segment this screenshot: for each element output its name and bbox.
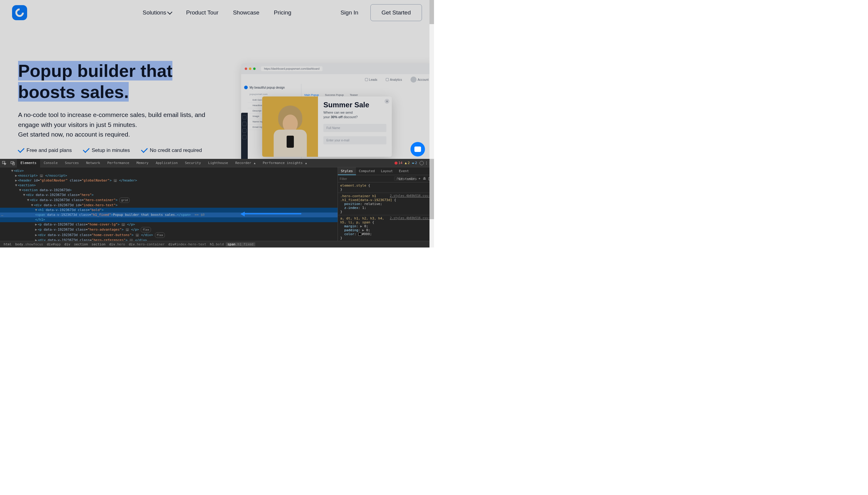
rule-source[interactable]: 2.styles.4b69b516.css:1 [390,194,432,198]
rule-selector: .hero-container h1 .h1_fixed[data-v-1923… [340,194,392,202]
browser-url: https://dashboard.popupsmart.com/dashboa… [261,66,323,71]
topbar-leads: Leads [365,76,377,83]
more-icon[interactable] [426,161,427,165]
scroll-thumb-devtools[interactable] [430,159,434,219]
nav-pricing[interactable]: Pricing [274,9,292,16]
error-count: 14 [398,161,402,165]
error-badge[interactable]: 14 [395,161,402,165]
popup-preview: ✕ Summer Sale Where can we send your 30%… [262,97,392,157]
inspected-h1-span: Popup builder that boosts sales. [18,61,172,102]
breadcrumb[interactable]: html body.showfocus div#app div section … [0,241,434,248]
feature-free-plans: Free and paid plans [18,148,72,153]
person-photo [272,105,308,157]
device-tool[interactable] [8,159,17,167]
scroll-thumb-top[interactable] [430,0,434,24]
nav-solutions[interactable]: Solutions [142,9,172,16]
color-swatch[interactable] [358,233,361,236]
nav-product-tour[interactable]: Product Tour [186,9,219,16]
tab-lighthouse[interactable]: Lighthouse [205,159,232,167]
settings-icon[interactable] [419,161,424,165]
css-rule[interactable]: 2.styles.4b69b516.css:1 .hero-container … [338,193,434,215]
page-scrollbar[interactable] [430,0,434,248]
elements-tree[interactable]: ▼<div> ▶<noscript> … </noscript> ▶<heade… [0,167,337,241]
info-badge[interactable]: ▬2 [412,161,417,165]
cls-button[interactable]: .cls [406,177,416,181]
stab-styles[interactable]: Styles [338,167,356,175]
nav-showcase[interactable]: Showcase [233,9,260,16]
warning-icon: ▲ [405,161,407,165]
tab-security[interactable]: Security [181,159,205,167]
hero-section: Popup builder that boosts sales. A no-co… [18,60,214,153]
css-prop: padding [344,228,358,232]
nav-signin[interactable]: Sign In [341,9,358,16]
tab-memory[interactable]: Memory [133,159,152,167]
tab-application[interactable]: Application [152,159,181,167]
popup-title: Summer Sale [324,101,386,109]
tab-console[interactable]: Console [40,159,61,167]
get-started-button[interactable]: Get Started [370,4,422,21]
tab-performance[interactable]: Performance [104,159,133,167]
feature-label: Setup in minutes [92,148,130,153]
popup-email-input: Enter your e-mail [324,136,386,144]
rail-icon [242,129,246,133]
rule-source[interactable]: 2.styles.4b69b516.css:3 [390,217,432,220]
css-prop: color [344,232,354,236]
topbar-label: Analytics [390,78,402,81]
inspect-tool[interactable] [0,159,8,167]
dollar-zero: == $0 [193,213,205,217]
crumb[interactable]: div.hero-container [127,242,167,246]
new-rule-icon[interactable]: + [418,177,420,181]
css-prop: position [344,202,360,206]
crumb[interactable]: html [2,242,14,246]
annotation-arrow [241,213,301,217]
styles-filter-input[interactable] [340,177,392,181]
css-rules[interactable]: element.style {} 2.styles.4b69b516.css:1… [338,182,434,241]
tab-elements[interactable]: Elements [17,159,40,167]
feature-setup: Setup in minutes [83,148,130,153]
tab-recorder-label: Recorder [236,161,251,165]
popup-text-2a: your [324,115,331,119]
css-rule[interactable]: 2.styles.4b69b516.css:3 a, dt, h1, h2, h… [338,215,434,241]
rail-icon [242,135,246,139]
tab-sources[interactable]: Sources [61,159,82,167]
hero-subtitle-line2: Get started now, no account is required. [18,131,130,138]
crumb-selected[interactable]: span.h1_fixed [226,242,255,246]
stab-computed[interactable]: Computed [356,167,378,175]
feature-label: Free and paid plans [27,148,72,153]
analytics-icon [386,78,389,81]
crumb[interactable]: body.showfocus [14,242,45,246]
dash-logo-icon [244,86,248,89]
rail-icon [242,115,246,119]
crumb[interactable]: div#index-hero-text [167,242,208,246]
tab-perf-insights[interactable]: Performance insights ▲ [259,159,311,167]
crumb[interactable]: div#app [45,242,63,246]
css-prop: z-index [344,206,358,210]
popup-body: ✕ Summer Sale Where can we send your 30%… [318,97,392,157]
crumb[interactable]: div.hero [107,242,127,246]
css-val: 0 [364,224,366,228]
tab-network[interactable]: Network [83,159,104,167]
css-rule[interactable]: element.style {} [338,182,434,193]
stab-layout[interactable]: Layout [378,167,396,175]
hero-features: Free and paid plans Setup in minutes No … [18,148,214,153]
logo[interactable] [12,5,27,20]
avatar-icon [411,76,417,83]
crumb[interactable]: h1.bold [208,242,225,246]
beta-icon: ▲ [254,161,255,165]
tab-recorder[interactable]: Recorder ▲ [232,159,259,167]
rail-icon [242,122,246,126]
warning-badge[interactable]: ▲2 [405,161,410,165]
print-icon[interactable]: 🖶 [423,177,426,181]
hov-button[interactable]: :hov [394,177,404,181]
chevron-down-icon [167,10,172,15]
selected-span-text: Popup builder that boosts sales. [113,213,177,217]
crumb[interactable]: div [63,242,72,246]
stab-listeners[interactable]: Event Listeners [396,167,428,175]
crumb[interactable]: section [90,242,107,246]
css-val: 0 [366,228,368,232]
chat-widget[interactable] [411,142,425,156]
topbar-account: Account [411,76,429,83]
crumb[interactable]: section [72,242,89,246]
nav-links: Solutions Product Tour Showcase Pricing [142,9,291,16]
warning-count: 2 [408,161,410,165]
